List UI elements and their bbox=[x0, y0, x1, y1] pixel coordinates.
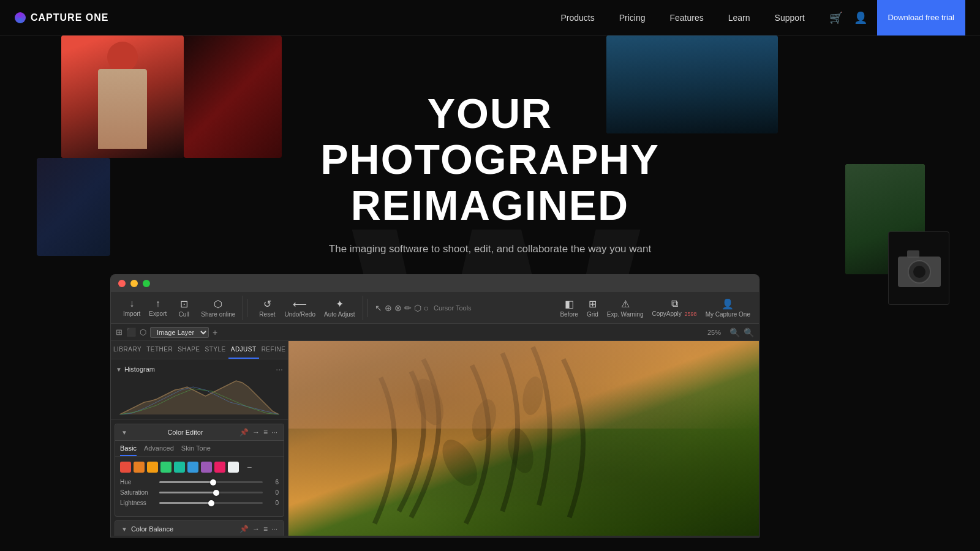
before-button[interactable]: ◧ Before bbox=[556, 296, 581, 320]
color-editor-arrow-icon[interactable]: → bbox=[252, 428, 260, 437]
hue-slider-row: Hue 6 bbox=[120, 479, 279, 485]
color-balance-title: Color Balance bbox=[131, 525, 173, 533]
share-label: Share online bbox=[201, 311, 235, 318]
undo-redo-button[interactable]: ⟵ Undo/Redo bbox=[281, 296, 319, 320]
thumb-dark-red bbox=[184, 36, 282, 158]
swatch-red[interactable] bbox=[120, 462, 131, 473]
minimize-button[interactable] bbox=[130, 280, 138, 287]
zoom-fit-icon[interactable]: 🔍 bbox=[729, 328, 740, 337]
hue-slider[interactable] bbox=[159, 481, 263, 483]
toolbar-sep-2 bbox=[367, 299, 368, 317]
lightness-slider-fill bbox=[159, 502, 211, 504]
color-editor-menu-icon[interactable]: ≡ bbox=[263, 428, 268, 437]
swatch-white[interactable] bbox=[228, 462, 239, 473]
loupe-icon[interactable]: ⬡ bbox=[140, 328, 146, 337]
sidebar-tab-shape[interactable]: SHAPE bbox=[175, 341, 202, 359]
reset-button[interactable]: ↺ Reset bbox=[255, 296, 279, 320]
histogram-header: ▼ Histogram ··· bbox=[116, 364, 283, 374]
view-icon[interactable]: ⊞ bbox=[116, 328, 123, 337]
color-swatches: − bbox=[115, 457, 284, 475]
user-icon[interactable]: 👤 bbox=[854, 11, 867, 24]
lightness-slider-thumb[interactable] bbox=[208, 500, 214, 506]
download-button[interactable]: Download free trial bbox=[877, 0, 965, 36]
nav-products[interactable]: Products bbox=[548, 0, 606, 36]
copy-apply-text: CopyApply bbox=[652, 310, 681, 317]
hue-slider-thumb[interactable] bbox=[210, 479, 216, 485]
swatch-purple[interactable] bbox=[201, 462, 212, 473]
hero-text-block: YOUR PHOTOGRAPHY REIMAGINED The imaging … bbox=[276, 91, 704, 257]
share-online-button[interactable]: ⬡ Share online bbox=[197, 296, 239, 320]
saturation-slider-row: Saturation 0 bbox=[120, 489, 279, 496]
lightness-label: Lightness bbox=[120, 500, 156, 506]
swatch-remove-icon[interactable]: − bbox=[244, 462, 255, 473]
maximize-button[interactable] bbox=[143, 280, 150, 287]
cb-arrow-icon[interactable]: → bbox=[252, 525, 260, 533]
saturation-slider[interactable] bbox=[159, 492, 263, 493]
zoom-level: 25% bbox=[703, 329, 726, 336]
cursor-tool-3[interactable]: ⊗ bbox=[394, 303, 402, 313]
logo-icon bbox=[15, 12, 26, 23]
cursor-tool-1[interactable]: ↖ bbox=[375, 303, 382, 313]
style-label: STYLE bbox=[205, 346, 226, 353]
nav-support[interactable]: Support bbox=[763, 0, 817, 36]
color-tab-advanced[interactable]: Advanced bbox=[144, 444, 174, 456]
sidebar-tab-library[interactable]: LIBRARY bbox=[111, 341, 144, 359]
cursor-tool-6[interactable]: ○ bbox=[424, 303, 429, 313]
lightness-slider[interactable] bbox=[159, 502, 263, 504]
cb-dots-icon[interactable]: ··· bbox=[271, 525, 277, 533]
histogram-menu-icon[interactable]: ··· bbox=[276, 364, 283, 374]
export-button[interactable]: ↑ Export bbox=[145, 296, 170, 320]
cart-icon[interactable]: 🛒 bbox=[829, 11, 843, 24]
swatch-teal[interactable] bbox=[174, 462, 185, 473]
color-editor-title: Color Editor bbox=[167, 429, 203, 436]
cb-icons: 📌 → ≡ ··· bbox=[239, 525, 277, 533]
color-editor-pin-icon[interactable]: 📌 bbox=[239, 428, 249, 437]
swatch-pink[interactable] bbox=[214, 462, 225, 473]
cursor-tool-2[interactable]: ⊕ bbox=[385, 303, 392, 313]
copy-apply-button[interactable]: ⧉ CopyApply 2598 bbox=[648, 296, 700, 320]
sidebar-tab-adjust[interactable]: ADJUST bbox=[228, 341, 259, 359]
saturation-slider-thumb[interactable] bbox=[213, 490, 219, 496]
grid-button[interactable]: ⊞ Grid bbox=[583, 296, 602, 320]
export-label: Export bbox=[149, 310, 167, 317]
compare-icon[interactable]: ⬛ bbox=[126, 328, 136, 337]
left-sidebar: LIBRARY TETHER SHAPE STYLE ADJUST bbox=[111, 341, 288, 536]
tether-label: TETHER bbox=[146, 346, 173, 353]
exp-warning-label: Exp. Warning bbox=[607, 311, 644, 318]
swatch-orange[interactable] bbox=[134, 462, 145, 473]
sidebar-tab-refine[interactable]: REFINE bbox=[259, 341, 288, 359]
exp-warning-button[interactable]: ⚠ Exp. Warning bbox=[603, 296, 647, 320]
logo[interactable]: CAPTURE ONE bbox=[15, 12, 108, 23]
hero-title-line1: YOUR PHOTOGRAPHY bbox=[320, 90, 659, 182]
histogram-title: ▼ Histogram bbox=[116, 365, 155, 373]
cb-menu-icon[interactable]: ≡ bbox=[263, 525, 268, 533]
cursor-tool-4[interactable]: ✏ bbox=[404, 303, 412, 313]
color-editor-dots-icon[interactable]: ··· bbox=[271, 428, 277, 437]
color-editor-collapse-icon[interactable]: ▼ bbox=[121, 429, 127, 436]
auto-adjust-button[interactable]: ✦ Auto Adjust bbox=[320, 296, 359, 320]
import-button[interactable]: ↓ Import bbox=[119, 296, 144, 320]
close-button[interactable] bbox=[118, 280, 126, 287]
layer-add-icon[interactable]: + bbox=[213, 328, 217, 337]
sidebar-tab-style[interactable]: STYLE bbox=[203, 341, 228, 359]
swatch-green[interactable] bbox=[160, 462, 172, 473]
search-icon[interactable]: 🔍 bbox=[744, 328, 754, 337]
my-capture-button[interactable]: 👤 My Capture One bbox=[702, 296, 754, 320]
swatch-yellow[interactable] bbox=[147, 462, 158, 473]
cursor-tool-5[interactable]: ⬡ bbox=[414, 303, 421, 313]
color-tab-skin[interactable]: Skin Tone bbox=[181, 444, 211, 456]
nav-features[interactable]: Features bbox=[658, 0, 716, 36]
saturation-value: 0 bbox=[266, 489, 279, 496]
sidebar-tab-tether[interactable]: TETHER bbox=[144, 341, 175, 359]
cb-collapse-icon[interactable]: ▼ bbox=[121, 526, 127, 533]
cb-pin-icon[interactable]: 📌 bbox=[239, 525, 249, 533]
nav-learn[interactable]: Learn bbox=[716, 0, 763, 36]
undo-icon: ⟵ bbox=[293, 298, 307, 310]
toolbar-group-file: ↓ Import ↑ Export ⊡ Cull ⬡ Share online bbox=[116, 296, 243, 320]
image-layer-select[interactable]: Image Layer bbox=[150, 327, 209, 338]
nav-pricing[interactable]: Pricing bbox=[607, 0, 658, 36]
color-tab-basic[interactable]: Basic bbox=[120, 444, 137, 456]
swatch-blue[interactable] bbox=[187, 462, 198, 473]
cull-button[interactable]: ⊡ Cull bbox=[172, 296, 196, 320]
camera-svg bbox=[889, 232, 949, 305]
